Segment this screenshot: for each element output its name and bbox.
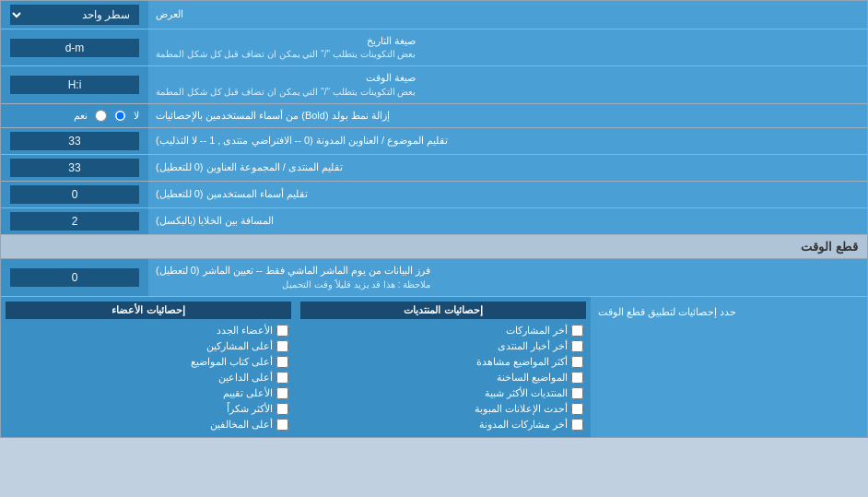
settings-panel: العرض سطر واحدسطرينثلاثة أسطر صيغة التار… bbox=[0, 0, 868, 438]
forum-check-label-6: أحدث الإعلانات المبوبة bbox=[475, 403, 568, 415]
member-stats-header: إحصائيات الأعضاء bbox=[6, 302, 291, 319]
member-check-7: أعلى المخالفين bbox=[6, 417, 291, 432]
forum-address-text: تقليم المنتدى / المجموعة العناوين (0 للت… bbox=[156, 160, 343, 174]
username-trim-input-cell bbox=[1, 182, 148, 207]
member-check-6: الأكثر شكراً bbox=[6, 401, 291, 417]
bold-remove-label: إزالة نمط بولد (Bold) من أسماء المستخدمي… bbox=[148, 104, 867, 127]
topic-address-row: تقليم الموضوع / العناوين المدونة (0 -- ا… bbox=[1, 128, 867, 155]
date-format-input[interactable] bbox=[10, 39, 139, 57]
cell-spacing-input-cell bbox=[1, 208, 148, 234]
cutoff-days-label: فرز البيانات من يوم الماشر الماشي فقط --… bbox=[148, 259, 867, 295]
forum-check-label-7: أخر مشاركات المدونة bbox=[479, 419, 568, 431]
cell-spacing-input[interactable] bbox=[10, 212, 139, 231]
topic-address-text: تقليم الموضوع / العناوين المدونة (0 -- ا… bbox=[156, 134, 448, 148]
radio-yes-label: نعم bbox=[74, 110, 88, 122]
username-trim-row: تقليم أسماء المستخدمين (0 للتعطيل) bbox=[1, 182, 867, 208]
radio-yes[interactable] bbox=[95, 110, 107, 122]
forum-check-input-6[interactable] bbox=[571, 403, 583, 415]
forum-check-7: أخر مشاركات المدونة bbox=[300, 417, 586, 432]
member-check-input-4[interactable] bbox=[276, 372, 288, 384]
bold-remove-text: إزالة نمط بولد (Bold) من أسماء المستخدمي… bbox=[156, 109, 390, 123]
forum-check-5: المنتديات الأكثر شبية bbox=[300, 385, 586, 401]
date-format-row: صيغة التاريخ بعض التكوينات يتطلب "/" الت… bbox=[1, 30, 867, 66]
forum-check-input-3[interactable] bbox=[571, 356, 583, 368]
member-check-input-7[interactable] bbox=[276, 419, 288, 431]
forum-check-input-4[interactable] bbox=[571, 372, 583, 384]
forum-check-label-3: أكثر المواضيع مشاهدة bbox=[476, 356, 568, 368]
username-trim-text: تقليم أسماء المستخدمين (0 للتعطيل) bbox=[156, 187, 308, 201]
forum-address-input[interactable] bbox=[10, 159, 139, 177]
stats-col-members: إحصائيات الأعضاء الأعضاء الجدد أعلى المش… bbox=[1, 297, 296, 437]
member-check-label-4: أعلى الداعين bbox=[218, 372, 273, 384]
username-trim-label: تقليم أسماء المستخدمين (0 للتعطيل) bbox=[148, 182, 867, 207]
lines-dropdown-cell: سطر واحدسطرينثلاثة أسطر bbox=[1, 1, 148, 29]
time-format-row: صيغة الوقت بعض التكوينات يتطلب "/" التي … bbox=[1, 66, 867, 103]
date-format-input-cell bbox=[1, 30, 148, 65]
member-check-label-3: أعلى كتاب المواضيع bbox=[191, 356, 273, 368]
cutoff-title: قطع الوقت bbox=[801, 240, 858, 254]
cell-spacing-label: المسافة بين الخلايا (بالبكسل) bbox=[148, 208, 867, 234]
date-format-label: صيغة التاريخ بعض التكوينات يتطلب "/" الت… bbox=[148, 30, 867, 65]
stats-apply-label: حدد إحصائيات لتطبيق قطع الوقت bbox=[598, 306, 736, 318]
cutoff-days-input[interactable] bbox=[10, 268, 139, 287]
lines-select[interactable]: سطر واحدسطرينثلاثة أسطر bbox=[10, 5, 139, 25]
forum-stats-header: إحصائيات المنتديات bbox=[300, 302, 586, 319]
cutoff-days-title: فرز البيانات من يوم الماشر الماشي فقط --… bbox=[156, 264, 430, 278]
stats-col-forum: إحصائيات المنتديات أخر المشاركات أخر أخب… bbox=[296, 297, 591, 437]
member-check-4: أعلى الداعين bbox=[6, 370, 291, 385]
bold-remove-radio-cell: لا نعم bbox=[1, 104, 148, 127]
forum-check-2: أخر أخبار المنتدى bbox=[300, 338, 586, 354]
topic-address-input[interactable] bbox=[10, 132, 139, 150]
forum-check-input-5[interactable] bbox=[571, 387, 583, 399]
member-check-5: الأعلى تقييم bbox=[6, 385, 291, 401]
forum-address-label: تقليم المنتدى / المجموعة العناوين (0 للت… bbox=[148, 155, 867, 181]
topic-address-label: تقليم الموضوع / العناوين المدونة (0 -- ا… bbox=[148, 128, 867, 154]
radio-no-label: لا bbox=[134, 110, 139, 122]
date-format-sublabel: بعض التكوينات يتطلب "/" التي يمكن ان تضا… bbox=[156, 48, 416, 61]
date-format-title: صيغة التاريخ bbox=[156, 34, 416, 48]
topic-address-input-cell bbox=[1, 128, 148, 154]
cell-spacing-row: المسافة بين الخلايا (بالبكسل) bbox=[1, 208, 867, 235]
forum-check-input-7[interactable] bbox=[571, 419, 583, 431]
member-check-label-2: أعلى المشاركين bbox=[206, 340, 273, 352]
forum-check-input-1[interactable] bbox=[571, 325, 583, 337]
stats-bottom-container: حدد إحصائيات لتطبيق قطع الوقت إحصائيات ا… bbox=[1, 297, 867, 437]
time-format-input[interactable] bbox=[10, 76, 139, 94]
time-format-title: صيغة الوقت bbox=[156, 71, 416, 85]
member-check-label-6: الأكثر شكراً bbox=[227, 403, 273, 415]
radio-no[interactable] bbox=[114, 110, 126, 122]
forum-check-label-4: المواضيع الساخنة bbox=[497, 372, 568, 384]
member-check-label-7: أعلى المخالفين bbox=[210, 419, 273, 431]
forum-check-label-2: أخر أخبار المنتدى bbox=[498, 340, 568, 352]
cutoff-days-row: فرز البيانات من يوم الماشر الماشي فقط --… bbox=[1, 259, 867, 296]
forum-check-6: أحدث الإعلانات المبوبة bbox=[300, 401, 586, 417]
member-check-2: أعلى المشاركين bbox=[6, 338, 291, 354]
time-format-sublabel: بعض التكوينات يتطلب "/" التي يمكن ان تضا… bbox=[156, 86, 416, 99]
member-check-label-1: الأعضاء الجدد bbox=[217, 325, 273, 337]
member-check-input-3[interactable] bbox=[276, 356, 288, 368]
display-text: العرض bbox=[156, 7, 183, 21]
member-check-input-6[interactable] bbox=[276, 403, 288, 415]
stats-apply-cell: حدد إحصائيات لتطبيق قطع الوقت bbox=[591, 297, 867, 437]
forum-check-3: أكثر المواضيع مشاهدة bbox=[300, 354, 586, 370]
forum-check-label-1: أخر المشاركات bbox=[506, 325, 568, 337]
forum-check-label-5: المنتديات الأكثر شبية bbox=[485, 387, 568, 399]
username-trim-input[interactable] bbox=[10, 185, 139, 204]
display-label: العرض bbox=[148, 1, 867, 29]
forum-check-4: المواضيع الساخنة bbox=[300, 370, 586, 385]
forum-check-input-2[interactable] bbox=[571, 340, 583, 352]
forum-address-row: تقليم المنتدى / المجموعة العناوين (0 للت… bbox=[1, 155, 867, 182]
stats-columns: إحصائيات المنتديات أخر المشاركات أخر أخب… bbox=[1, 297, 591, 437]
member-check-3: أعلى كتاب المواضيع bbox=[6, 354, 291, 370]
forum-address-input-cell bbox=[1, 155, 148, 181]
bold-remove-row: إزالة نمط بولد (Bold) من أسماء المستخدمي… bbox=[1, 104, 867, 128]
cutoff-days-sublabel: ملاحظة : هذا قد يزيد قليلاً وقت التحميل bbox=[156, 278, 430, 291]
member-check-input-1[interactable] bbox=[276, 325, 288, 337]
header-row: العرض سطر واحدسطرينثلاثة أسطر bbox=[1, 1, 867, 30]
time-format-input-cell bbox=[1, 66, 148, 102]
member-check-input-5[interactable] bbox=[276, 387, 288, 399]
member-check-1: الأعضاء الجدد bbox=[6, 323, 291, 338]
cutoff-section-header: قطع الوقت bbox=[1, 235, 867, 259]
member-check-input-2[interactable] bbox=[276, 340, 288, 352]
forum-check-1: أخر المشاركات bbox=[300, 323, 586, 338]
